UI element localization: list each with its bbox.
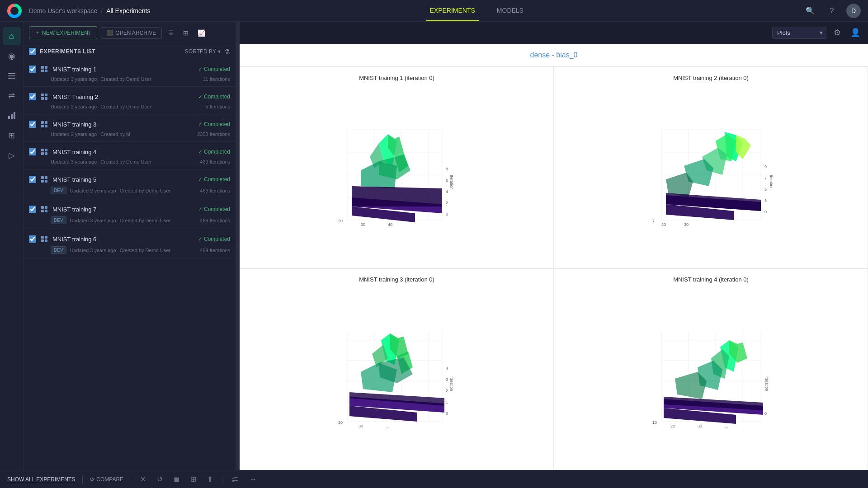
svg-text:4: 4 — [446, 189, 448, 194]
plots-dropdown[interactable]: Plots — [772, 27, 826, 39]
nav-tabs: EXPERIMENTS MODELS — [150, 0, 803, 21]
sidebar-item-pipeline[interactable]: ▷ — [3, 146, 21, 164]
svg-text:20: 20 — [338, 219, 343, 223]
exp-updated-3: Updated 3 years ago — [51, 159, 97, 164]
current-page: All Experiments — [106, 7, 150, 14]
sidebar-item-table[interactable]: ⊞ — [3, 127, 21, 145]
exp-checkbox-3[interactable] — [29, 148, 36, 155]
open-archive-button[interactable]: ⬛ OPEN ARCHIVE — [101, 27, 162, 39]
bottom-separator-3 — [222, 475, 222, 484]
new-experiment-button[interactable]: ＋ NEW EXPERIMENT — [29, 26, 97, 39]
grid-view-button[interactable]: ⊞ — [180, 27, 191, 39]
svg-text:7: 7 — [652, 219, 655, 223]
svg-rect-19 — [45, 149, 47, 151]
help-icon[interactable]: ? — [825, 4, 839, 18]
svg-rect-22 — [41, 176, 44, 179]
svg-rect-26 — [41, 206, 44, 209]
exp-status-0: ✓ Completed — [198, 66, 230, 72]
experiment-item-0[interactable]: MNIST training 1 ✓ Completed Updated 3 y… — [24, 59, 236, 87]
grid-bottom-icon[interactable]: ⊞ — [189, 475, 198, 483]
svg-text:30: 30 — [361, 222, 365, 227]
sidebar-item-brain[interactable]: ◉ — [3, 47, 21, 65]
chart-svg-2: 20 30 ... 0 1 2 3 4 Iteration — [244, 286, 550, 466]
nav-right-icons: 🔍 ? D — [803, 4, 861, 18]
exp-updated-0: Updated 3 years ago — [51, 76, 97, 82]
experiment-item-4[interactable]: MNIST training 5 ✓ Completed DEV Updated… — [24, 169, 236, 199]
svg-text:2: 2 — [446, 389, 448, 393]
exp-updated-5: Updated 3 years ago — [70, 218, 116, 223]
exp-updated-2: Updated 2 years ago — [51, 131, 97, 137]
check-icon-2: ✓ — [198, 121, 203, 127]
check-icon-0: ✓ — [198, 66, 203, 72]
tab-models[interactable]: MODELS — [493, 0, 527, 21]
compare-button[interactable]: ⟳ COMPARE — [90, 476, 123, 483]
exp-checkbox-4[interactable] — [29, 176, 36, 183]
svg-rect-13 — [45, 97, 47, 100]
user-avatar[interactable]: D — [846, 4, 861, 18]
exp-iterations-0: 11 Iterations — [203, 76, 230, 82]
plots-dropdown-wrapper[interactable]: Plots — [772, 27, 826, 39]
user-settings-icon[interactable]: 👤 — [848, 25, 863, 40]
exp-status-1: ✓ Completed — [198, 94, 230, 100]
svg-marker-52 — [352, 186, 442, 206]
check-icon-6: ✓ — [198, 236, 203, 242]
svg-text:...: ... — [725, 424, 728, 428]
sidebar-item-charts[interactable] — [3, 107, 21, 125]
exp-checkbox-2[interactable] — [29, 121, 36, 128]
svg-text:5: 5 — [764, 187, 767, 192]
filter-icon[interactable]: ⚗ — [224, 48, 230, 55]
svg-text:Iteration: Iteration — [769, 175, 774, 190]
sidebar-item-home[interactable]: ⌂ — [3, 27, 21, 45]
svg-rect-10 — [41, 94, 44, 96]
select-all-checkbox[interactable] — [29, 48, 36, 55]
experiment-item-2[interactable]: MNIST training 3 ✓ Completed Updated 2 y… — [24, 114, 236, 142]
svg-rect-30 — [41, 236, 44, 239]
svg-text:Iteration: Iteration — [449, 376, 454, 391]
svg-rect-9 — [45, 70, 47, 72]
svg-text:0: 0 — [446, 212, 448, 216]
exp-status-5: ✓ Completed — [198, 206, 230, 212]
exp-tag-5: DEV — [51, 216, 66, 224]
upload-icon[interactable]: ⬆ — [205, 475, 215, 483]
sidebar-item-network[interactable]: ⇌ — [3, 87, 21, 105]
move-icon[interactable]: ↔ — [248, 475, 259, 483]
settings-icon[interactable]: ⚙ — [830, 25, 844, 40]
svg-rect-20 — [41, 152, 44, 155]
chart-view-button[interactable]: 📈 — [195, 27, 208, 39]
svg-rect-21 — [45, 152, 47, 155]
show-all-button[interactable]: SHOW ALL EXPERIMENTS — [7, 476, 75, 483]
svg-rect-14 — [41, 121, 44, 124]
svg-text:7: 7 — [764, 176, 767, 180]
list-view-button[interactable]: ☰ — [165, 27, 177, 39]
resize-handle[interactable] — [236, 22, 240, 470]
exp-creator-4: Created by Demo User — [120, 188, 171, 193]
app-logo[interactable] — [7, 4, 22, 18]
svg-text:Iteration: Iteration — [449, 175, 454, 190]
exp-checkbox-5[interactable] — [29, 206, 36, 213]
experiment-item-6[interactable]: MNIST training 6 ✓ Completed DEV Updated… — [24, 229, 236, 259]
svg-rect-0 — [8, 73, 15, 74]
tab-experiments[interactable]: EXPERIMENTS — [426, 0, 478, 21]
svg-rect-12 — [41, 97, 44, 100]
tag-icon[interactable]: 🏷 — [230, 475, 241, 483]
exp-creator-6: Created by Demo User — [120, 248, 171, 253]
exp-checkbox-6[interactable] — [29, 235, 36, 243]
sort-button[interactable]: SORTED BY ▾ — [185, 48, 221, 55]
svg-marker-75 — [736, 135, 751, 159]
exp-checkbox-0[interactable] — [29, 66, 36, 73]
exp-creator-0: Created by Demo User — [100, 76, 151, 82]
svg-text:Iteration: Iteration — [764, 376, 769, 391]
experiment-item-3[interactable]: MNIST training 4 ✓ Completed Updated 3 y… — [24, 142, 236, 169]
experiment-item-5[interactable]: MNIST training 7 ✓ Completed DEV Updated… — [24, 199, 236, 229]
experiment-item-1[interactable]: MNIST Training 2 ✓ Completed Updated 2 y… — [24, 87, 236, 114]
stop-icon[interactable]: ✕ — [138, 475, 148, 483]
halt-icon[interactable]: ◼ — [172, 475, 181, 483]
experiments-list: MNIST training 1 ✓ Completed Updated 3 y… — [24, 59, 236, 470]
restore-icon[interactable]: ↺ — [155, 475, 165, 483]
svg-rect-5 — [14, 112, 15, 119]
search-icon[interactable]: 🔍 — [803, 4, 817, 18]
exp-iterations-6: 469 Iterations — [200, 248, 230, 253]
sidebar-item-layers[interactable] — [3, 67, 21, 85]
svg-rect-3 — [8, 116, 10, 119]
exp-checkbox-1[interactable] — [29, 93, 36, 100]
